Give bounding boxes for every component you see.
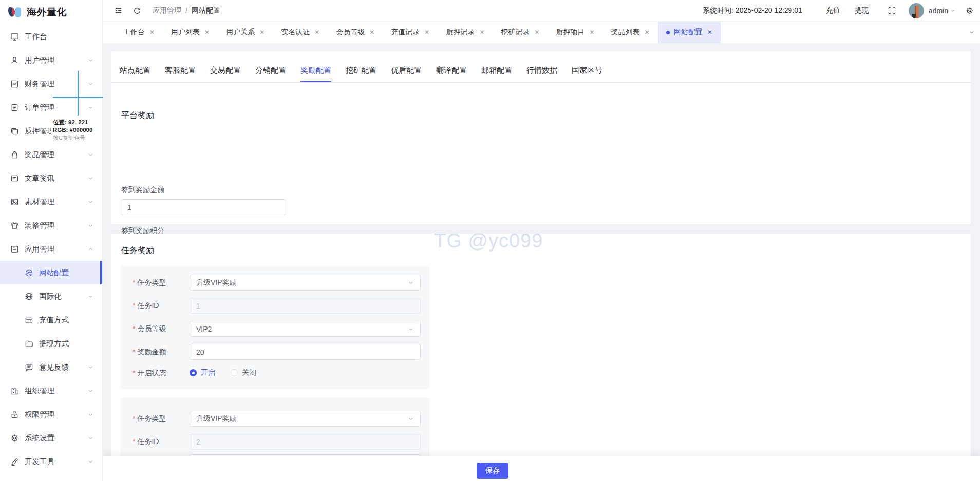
task-id-row: *任务ID 2 [121, 434, 429, 450]
close-icon[interactable]: ✕ [369, 29, 374, 35]
breadcrumb-separator: / [185, 7, 187, 15]
refresh-icon[interactable] [133, 7, 141, 15]
config-tab-market-data[interactable]: 行情数据 [526, 59, 557, 82]
radio-unselected-icon [231, 369, 238, 376]
tab-workbench[interactable]: 工作台✕ [115, 22, 163, 43]
close-icon[interactable]: ✕ [534, 29, 539, 35]
tab-vip-levels[interactable]: 会员等级✕ [328, 22, 383, 43]
admin-app: 海外量化 工作台 用户管理 财务管理 订单管理 [0, 0, 980, 481]
article-icon [10, 174, 19, 183]
task-type-select[interactable]: 升级VIP奖励 [190, 411, 421, 427]
task-type-row: *任务类型 升级VIP奖励 [121, 275, 429, 291]
tab-pledge-projects[interactable]: 质押项目✕ [548, 22, 603, 43]
status-on-label: 开启 [201, 368, 215, 377]
tab-pledge-records[interactable]: 质押记录✕ [438, 22, 493, 43]
reward-amount-label: *奖励金额 [133, 344, 166, 360]
close-icon[interactable]: ✕ [707, 29, 712, 35]
sidebar-item-articles[interactable]: 文章资讯 [0, 166, 102, 190]
pen-icon [10, 457, 19, 466]
sidebar-item-system-settings[interactable]: 系统设置 [0, 426, 102, 450]
config-tab-mailbox[interactable]: 邮箱配置 [481, 59, 512, 82]
chevron-up-icon [88, 246, 93, 252]
sidebar-item-recharge-methods[interactable]: 充值方式 [0, 308, 102, 332]
wallet-icon [25, 316, 33, 324]
chevron-down-icon [88, 223, 93, 228]
close-icon[interactable]: ✕ [149, 29, 155, 35]
config-tab-country-code[interactable]: 国家区号 [572, 59, 602, 82]
chevron-down-icon [88, 199, 93, 205]
sidebar-item-label: 组织管理 [25, 386, 54, 396]
top-header: 应用管理 / 网站配置 系统时间: 2025-02-20 12:29:01 充值… [103, 0, 980, 22]
close-icon[interactable]: ✕ [204, 29, 210, 35]
task-block-1: *任务类型 升级VIP奖励 *任务ID 1 *会员等级 VIP2 *奖励金额 [121, 266, 429, 389]
sidebar-item-organization[interactable]: 组织管理 [0, 379, 102, 402]
tabbar-dropdown-chevron-icon[interactable] [969, 22, 975, 43]
config-tabs-divider [111, 82, 971, 83]
close-icon[interactable]: ✕ [479, 29, 484, 35]
sidebar-item-applications[interactable]: 应用管理 [0, 237, 102, 261]
vip-level-select[interactable]: VIP2 [190, 321, 421, 337]
chevron-down-icon [88, 364, 93, 370]
sidebar-item-prizes[interactable]: 奖品管理 [0, 143, 102, 166]
chevron-down-icon [408, 280, 414, 286]
sidebar-item-finance[interactable]: 财务管理 [0, 72, 102, 95]
chevron-down-icon [88, 294, 93, 299]
sidebar-item-label: 网站配置 [39, 268, 69, 278]
config-tabs: 站点配置 客服配置 交易配置 分销配置 奖励配置 挖矿配置 优盾配置 翻译配置 … [120, 59, 617, 82]
required-asterisk: * [133, 301, 135, 310]
sidebar-item-workbench[interactable]: 工作台 [0, 25, 102, 48]
sidebar-item-i18n[interactable]: 国际化 [0, 284, 102, 308]
monitor-icon [10, 32, 19, 41]
settings-gear-icon[interactable] [966, 7, 974, 15]
status-on-radio[interactable]: 开启 [190, 368, 215, 377]
tab-user-list[interactable]: 用户列表✕ [163, 22, 218, 43]
tab-user-relations[interactable]: 用户关系✕ [218, 22, 273, 43]
withdraw-link[interactable]: 提现 [855, 6, 869, 15]
avatar[interactable] [909, 3, 924, 18]
sidebar-item-orders[interactable]: 订单管理 [0, 95, 102, 119]
sidebar-fold-icon[interactable] [114, 6, 123, 15]
reward-amount-input[interactable] [190, 344, 421, 360]
config-tab-reward-active[interactable]: 奖励配置 [300, 59, 331, 82]
breadcrumb-current: 网站配置 [192, 6, 220, 15]
sidebar-item-permissions[interactable]: 权限管理 [0, 402, 102, 426]
user-menu[interactable]: admin [929, 7, 955, 15]
status-off-radio[interactable]: 关闭 [231, 368, 256, 377]
save-button[interactable]: 保存 [477, 463, 508, 479]
tab-kyc[interactable]: 实名认证✕ [273, 22, 328, 43]
signin-amount-input[interactable] [121, 199, 286, 215]
sidebar-item-feedback[interactable]: 意见反馈 [0, 355, 102, 379]
config-tab-translate[interactable]: 翻译配置 [436, 59, 467, 82]
brand-name: 海外量化 [27, 6, 67, 19]
sidebar-item-dev-tools[interactable]: 开发工具 [0, 450, 102, 473]
fullscreen-icon[interactable] [888, 6, 896, 15]
sidebar-item-decoration[interactable]: 装修管理 [0, 214, 102, 237]
close-icon[interactable]: ✕ [259, 29, 265, 35]
close-icon[interactable]: ✕ [590, 29, 595, 35]
close-icon[interactable]: ✕ [424, 29, 429, 35]
config-tab-site[interactable]: 站点配置 [120, 59, 150, 82]
breadcrumb-parent[interactable]: 应用管理 [153, 6, 181, 15]
sidebar-item-withdraw-methods[interactable]: 提现方式 [0, 332, 102, 355]
tab-recharge-records[interactable]: 充值记录✕ [383, 22, 438, 43]
config-tab-trade[interactable]: 交易配置 [210, 59, 241, 82]
status-off-label: 关闭 [242, 368, 256, 377]
close-icon[interactable]: ✕ [645, 29, 650, 35]
close-icon[interactable]: ✕ [314, 29, 319, 35]
config-tab-mining[interactable]: 挖矿配置 [346, 59, 376, 82]
sidebar: 海外量化 工作台 用户管理 财务管理 订单管理 [0, 0, 103, 481]
recharge-link[interactable]: 充值 [826, 6, 840, 15]
config-tab-youdun[interactable]: 优盾配置 [391, 59, 422, 82]
tab-mining-records[interactable]: 挖矿记录✕ [493, 22, 548, 43]
sidebar-item-users[interactable]: 用户管理 [0, 48, 102, 72]
config-tab-service[interactable]: 客服配置 [165, 59, 196, 82]
required-asterisk: * [133, 348, 135, 356]
task-type-select[interactable]: 升级VIP奖励 [190, 275, 421, 291]
sidebar-item-assets[interactable]: 素材管理 [0, 190, 102, 214]
sidebar-item-site-config[interactable]: 网站配置 [0, 261, 102, 284]
config-tab-distribution[interactable]: 分销配置 [255, 59, 286, 82]
shirt-icon [10, 221, 19, 230]
platform-reward-card: 站点配置 客服配置 交易配置 分销配置 奖励配置 挖矿配置 优盾配置 翻译配置 … [111, 51, 971, 224]
tab-prize-list[interactable]: 奖品列表✕ [603, 22, 658, 43]
tab-site-config-active[interactable]: 网站配置✕ [658, 22, 721, 43]
